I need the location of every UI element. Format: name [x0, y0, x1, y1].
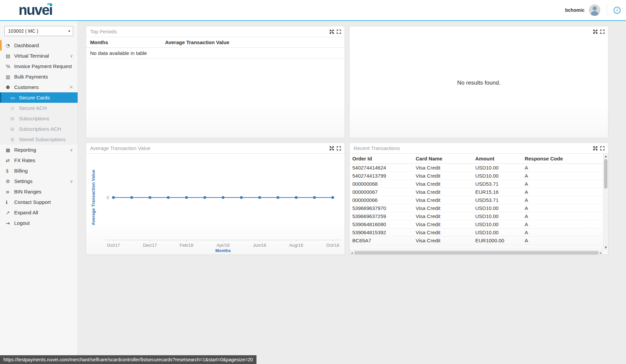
column-header: Response Code: [522, 154, 603, 164]
dashboard-content: Top Periods MonthsAverage Transaction Va…: [86, 26, 608, 255]
table-row[interactable]: 539669637259Visa CreditUSD10.00A: [350, 212, 603, 220]
sidebar-item-secure-ach[interactable]: ⊙Secure ACH: [0, 103, 78, 113]
username-label: bchomic: [565, 7, 584, 13]
secure-ach-icon: ⊙: [10, 105, 19, 111]
sidebar-item-label: Contact Support: [14, 199, 51, 205]
table-row[interactable]: 539669637970Visa CreditUSD10.00A: [350, 204, 603, 212]
column-header: Card Name: [413, 154, 472, 164]
panel-controls: [593, 29, 605, 34]
sidebar-item-invoice-payment-request[interactable]: %Invoice Payment Request: [0, 61, 78, 71]
sidebar-item-fx-rates[interactable]: ⇄FX Rates: [0, 155, 78, 165]
sidebar-item-billing[interactable]: $Billing: [0, 165, 78, 176]
sidebar-item-label: BIN Ranges: [14, 189, 42, 194]
sidebar-item-label: Billing: [14, 168, 28, 174]
scroll-right-icon[interactable]: ►: [600, 250, 602, 255]
svg-text:Oct/17: Oct/17: [107, 243, 120, 248]
sidebar-item-expand-all[interactable]: ↗Expand All: [0, 207, 78, 218]
sidebar-item-stored-subscriptions[interactable]: ≣Stored Subscriptions: [0, 134, 78, 145]
sidebar-item-label: Expand All: [14, 210, 38, 215]
sidebar-item-label: Settings: [14, 178, 32, 184]
info-icon[interactable]: i: [614, 7, 621, 14]
table-row[interactable]: 000000068Visa CreditUSD53.71A: [350, 180, 603, 188]
nuvei-logo[interactable]: nuvei: [19, 2, 52, 18]
sidebar-item-settings[interactable]: ⚙Settings∨: [0, 176, 78, 186]
sidebar-item-bulk-payments[interactable]: ▥Bulk Payments: [0, 71, 78, 82]
chevron-down-icon: ∨: [70, 54, 73, 58]
sidebar-item-label: Virtual Terminal: [14, 53, 49, 59]
vertical-scrollbar[interactable]: ▲ ▼: [603, 154, 608, 250]
horizontal-scrollbar[interactable]: ◄ ►: [350, 250, 603, 255]
horizontal-scrollbar-thumb[interactable]: [354, 251, 599, 254]
sidebar-item-contact-support[interactable]: ℹContact Support: [0, 197, 78, 207]
merchant-select-value: 103002 ( MC ): [8, 28, 38, 34]
sidebar-item-virtual-terminal[interactable]: ▤Virtual Terminal∨: [0, 51, 78, 61]
sidebar-item-subscriptions[interactable]: ⊞Subscriptions: [0, 113, 78, 124]
arrows-out-icon[interactable]: [329, 29, 334, 34]
no-results-message: No results found.: [350, 37, 608, 138]
scroll-down-icon[interactable]: ▼: [603, 245, 608, 250]
scroll-left-icon[interactable]: ◄: [351, 250, 353, 255]
contact-support-icon: ℹ: [6, 200, 14, 205]
avg-transaction-panel: Average Transaction Value Oct/17Dec/17Fe…: [86, 143, 345, 255]
table-row[interactable]: 539064815392Visa CreditUSD10.00A: [350, 229, 603, 237]
vertical-scrollbar-thumb[interactable]: [604, 159, 607, 189]
invoice-payment-request-icon: %: [6, 64, 14, 69]
scroll-up-icon[interactable]: ▲: [603, 154, 608, 159]
table-row[interactable]: 000000067Visa CreditEUR15.16A: [350, 188, 603, 196]
svg-text:Feb/18: Feb/18: [180, 243, 193, 248]
svg-text:Dec/17: Dec/17: [143, 243, 157, 248]
arrows-out-icon[interactable]: [593, 29, 598, 34]
user-avatar-icon[interactable]: [589, 4, 600, 16]
reporting-icon: ▦: [6, 147, 14, 153]
top-header: nuvei bchomic i: [0, 0, 626, 21]
empty-table-message: No data available in table: [86, 48, 345, 59]
column-header: Amount: [472, 154, 522, 164]
sidebar: 103002 ( MC ) ▾ ◔Dashboard▤Virtual Termi…: [0, 21, 78, 364]
recent-transactions-table: Order IdCard NameAmountResponse Code 540…: [350, 154, 603, 245]
sidebar-item-label: Dashboard: [14, 42, 39, 48]
secure-cards-icon: ▭: [10, 95, 19, 100]
sidebar-item-label: Invoice Payment Request: [14, 63, 72, 69]
table-row[interactable]: 540274413799Visa CreditUSD10.00A: [350, 172, 603, 180]
table-row[interactable]: 540274414624Visa CreditUSD10.00A: [350, 164, 603, 172]
merchant-select[interactable]: 103002 ( MC ) ▾: [4, 26, 73, 36]
fullscreen-icon[interactable]: [600, 29, 605, 34]
svg-text:Months: Months: [215, 248, 231, 253]
svg-text:0: 0: [107, 195, 109, 200]
sidebar-item-subscriptions-ach[interactable]: ⊞Subscriptions ACH: [0, 124, 78, 134]
arrows-out-icon[interactable]: [329, 146, 334, 151]
sidebar-item-logout[interactable]: ⇥Logout: [0, 218, 78, 228]
svg-text:Aug/18: Aug/18: [289, 243, 303, 248]
bulk-payments-icon: ▥: [6, 74, 14, 80]
header-divider: [607, 4, 607, 16]
top-periods-table: MonthsAverage Transaction Value No data …: [86, 37, 345, 59]
column-header: Order Id: [350, 154, 413, 164]
sidebar-item-label: FX Rates: [14, 157, 35, 163]
sidebar-item-label: Stored Subscriptions: [19, 136, 65, 142]
sidebar-item-dashboard[interactable]: ◔Dashboard: [0, 40, 78, 51]
sidebar-item-customers[interactable]: ⚉Customers×: [0, 82, 78, 92]
recent-transactions-panel: Recent Transactions Order IdCard NameAmo…: [349, 143, 608, 255]
status-url: https://testpayments.nuvei.com/merchant/…: [3, 357, 253, 362]
fullscreen-icon[interactable]: [336, 29, 341, 34]
stored-subscriptions-icon: ≣: [10, 137, 19, 142]
table-row[interactable]: 539064816080Visa CreditUSD10.00A: [350, 220, 603, 229]
close-icon[interactable]: ×: [70, 84, 73, 90]
panel-controls: [593, 146, 605, 151]
sidebar-item-bin-ranges[interactable]: ≡BIN Ranges: [0, 186, 78, 197]
arrows-out-icon[interactable]: [593, 146, 598, 151]
virtual-terminal-icon: ▤: [6, 53, 14, 59]
sidebar-item-secure-cards[interactable]: ▭Secure Cards: [0, 92, 78, 103]
table-row[interactable]: BC65A7Visa CreditEUR1000.00A: [350, 237, 603, 245]
fullscreen-icon[interactable]: [336, 146, 341, 151]
sidebar-item-reporting[interactable]: ▦Reporting∨: [0, 145, 78, 155]
svg-text:Oct/18: Oct/18: [326, 243, 339, 248]
top-periods-panel: Top Periods MonthsAverage Transaction Va…: [86, 26, 345, 138]
sidebar-item-label: Secure ACH: [19, 105, 47, 111]
transactions-body: 540274414624Visa CreditUSD10.00A54027441…: [350, 164, 603, 245]
logo-swoosh-icon: [47, 3, 53, 6]
table-row[interactable]: 000000066Visa CreditUSD53.71A: [350, 196, 603, 204]
chevron-down-icon: ∨: [70, 148, 73, 152]
subscriptions-ach-icon: ⊞: [10, 126, 19, 132]
fullscreen-icon[interactable]: [600, 146, 605, 151]
